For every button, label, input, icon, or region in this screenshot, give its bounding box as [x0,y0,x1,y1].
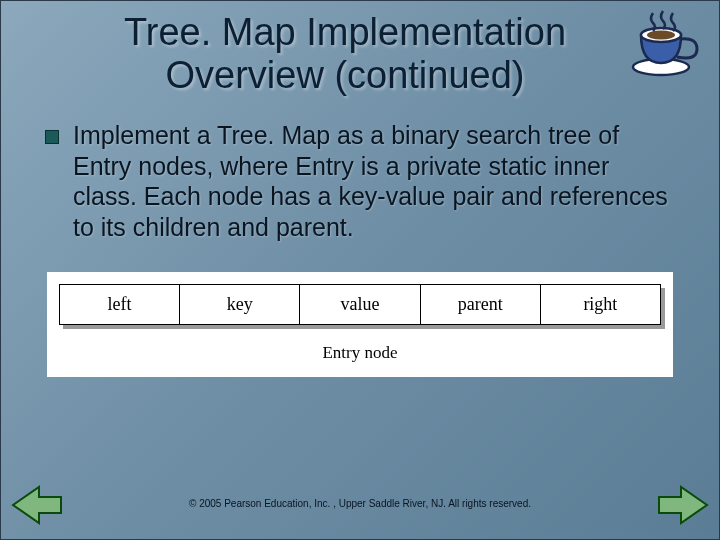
entry-node-table: left key value parent right [59,284,661,325]
bullet-icon [45,130,59,144]
field-value: value [300,285,420,325]
slide: Tree. Map Implementation Overview (conti… [0,0,720,540]
table-row: left key value parent right [60,285,661,325]
slide-title: Tree. Map Implementation Overview (conti… [1,1,719,102]
field-right: right [540,285,660,325]
prev-button[interactable] [11,483,63,531]
svg-marker-3 [13,487,61,523]
entry-diagram: left key value parent right Entry node [47,272,673,377]
title-line-1: Tree. Map Implementation [124,11,566,53]
entry-caption: Entry node [59,343,661,363]
coffee-cup-icon [627,5,705,83]
field-left: left [60,285,180,325]
arrow-left-icon [11,483,63,527]
title-line-2: Overview (continued) [165,54,524,96]
copyright-footer: © 2005 Pearson Education, Inc. , Upper S… [1,498,719,509]
svg-point-2 [647,31,675,40]
bullet-item: Implement a Tree. Map as a binary search… [45,120,671,242]
field-parent: parent [420,285,540,325]
bullet-text: Implement a Tree. Map as a binary search… [73,120,671,242]
body: Implement a Tree. Map as a binary search… [1,102,719,242]
next-button[interactable] [657,483,709,531]
arrow-right-icon [657,483,709,527]
svg-marker-4 [659,487,707,523]
field-key: key [180,285,300,325]
